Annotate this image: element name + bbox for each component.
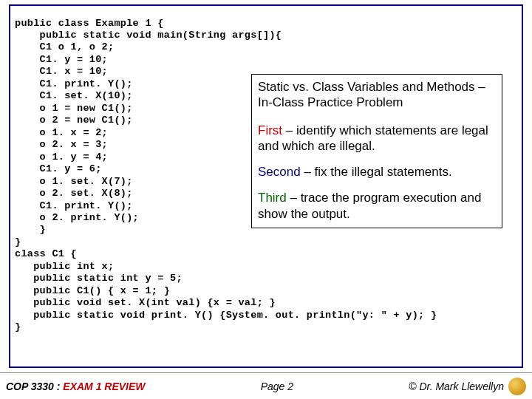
instruction-first: First – identify which statements are le… (258, 123, 496, 154)
instruction-second: Second – fix the illegal statements. (258, 164, 496, 180)
university-logo-icon (508, 378, 526, 395)
footer-review: EXAM 1 REVIEW (63, 381, 145, 392)
footer: COP 3330 : EXAM 1 REVIEW Page 2 © Dr. Ma… (0, 372, 532, 399)
third-text: – trace the program execution and show t… (258, 191, 481, 220)
second-label: Second (258, 165, 301, 179)
third-label: Third (258, 191, 287, 205)
footer-left: COP 3330 : EXAM 1 REVIEW (6, 381, 146, 392)
first-label: First (258, 123, 282, 137)
instruction-third: Third – trace the program execution and … (258, 190, 496, 222)
footer-page: Page 2 (261, 381, 293, 392)
slide: public class Example 1 { public static v… (0, 0, 532, 399)
instruction-title: Static vs. Class Variables and Methods –… (258, 79, 496, 111)
second-text: – fix the illegal statements. (301, 165, 452, 179)
footer-course: COP 3330 : (6, 381, 63, 392)
first-text: – identify which statements are legal an… (258, 123, 488, 153)
instruction-box: Static vs. Class Variables and Methods –… (251, 74, 502, 228)
footer-copyright: © Dr. Mark Llewellyn (409, 381, 504, 392)
footer-right: © Dr. Mark Llewellyn (409, 378, 526, 395)
